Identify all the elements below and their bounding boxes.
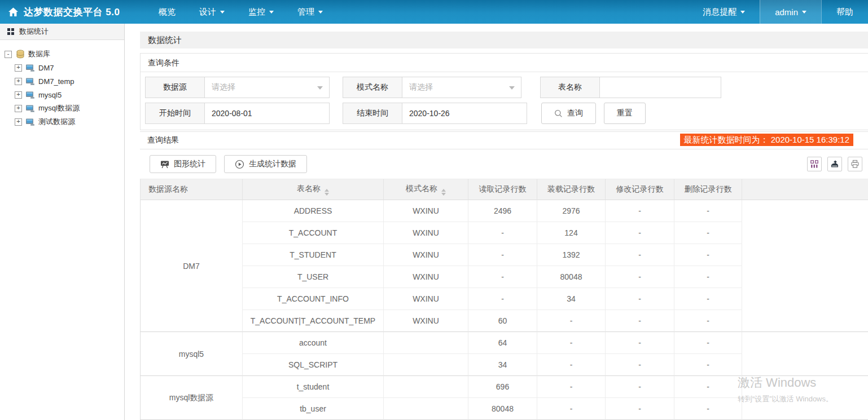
query-panel: 查询条件 数据源 请选择 模式名称 请选择 bbox=[140, 53, 868, 130]
nav-item-label: 设计 bbox=[199, 7, 216, 17]
search-icon bbox=[554, 109, 563, 118]
export-button[interactable] bbox=[827, 157, 842, 171]
cell-filler bbox=[742, 354, 868, 376]
cell-load: 2976 bbox=[537, 200, 606, 222]
nav-item-admin[interactable]: admin bbox=[760, 0, 821, 24]
end-time-label: 结束时间 bbox=[343, 103, 402, 123]
results-header: 查询结果 最新统计数据时间为： 2020-10-15 16:39:12 bbox=[140, 131, 868, 149]
tree-node-测试数据源[interactable]: +测试数据源 bbox=[5, 115, 121, 129]
cell-load: 1392 bbox=[537, 244, 606, 266]
column-header-table[interactable]: 表名称 bbox=[243, 179, 384, 200]
table-row: mysql数据源t_student696--- bbox=[140, 376, 868, 398]
chart-board-icon bbox=[160, 160, 169, 169]
schema-placeholder: 请选择 bbox=[409, 82, 433, 92]
cell-read: - bbox=[468, 222, 537, 244]
nav-item-manage[interactable]: 管理 bbox=[286, 0, 335, 24]
cell-update: - bbox=[606, 244, 674, 266]
datasource-placeholder: 请选择 bbox=[212, 82, 235, 92]
table-row: DM7ADDRESSWXINU24962976-- bbox=[140, 200, 868, 222]
datasource-select[interactable]: 请选择 bbox=[205, 77, 329, 98]
main-content: 数据统计 查询条件 数据源 请选择 模式名称 请选择 bbox=[125, 24, 868, 420]
cell-schema bbox=[384, 398, 468, 420]
chevron-down-icon bbox=[509, 86, 515, 92]
cell-read: - bbox=[468, 266, 537, 288]
column-chooser-button[interactable] bbox=[807, 157, 822, 171]
tree-expand-toggle[interactable]: + bbox=[15, 78, 22, 85]
main-menu: 概览设计监控管理 bbox=[147, 0, 335, 24]
table-row: SQL_SCRIPT34--- bbox=[140, 354, 868, 376]
tree-collapse-toggle[interactable]: - bbox=[5, 51, 12, 58]
tree-expand-toggle[interactable]: + bbox=[15, 91, 22, 99]
generate-stats-button[interactable]: 生成统计数据 bbox=[224, 155, 307, 173]
column-header-schema[interactable]: 模式名称 bbox=[384, 179, 468, 200]
cell-update: - bbox=[606, 288, 674, 310]
datasource-icon bbox=[25, 117, 35, 126]
chart-stats-button[interactable]: 图形统计 bbox=[150, 155, 216, 173]
cell-filler bbox=[742, 266, 868, 288]
tree-expand-toggle[interactable]: + bbox=[15, 105, 22, 112]
print-button[interactable] bbox=[848, 157, 862, 171]
table-header-row: 数据源名称表名称模式名称读取记录行数装载记录行数修改记录行数删除记录行数 bbox=[140, 179, 868, 200]
nav-item-design[interactable]: 设计 bbox=[187, 0, 236, 24]
results-toolbar: 图形统计 生成统计数据 bbox=[140, 155, 868, 173]
reset-button[interactable]: 重置 bbox=[604, 103, 646, 124]
cell-update: - bbox=[606, 398, 674, 420]
cell-load: 124 bbox=[537, 222, 606, 244]
cell-read: 64 bbox=[468, 332, 537, 354]
nav-item-messages[interactable]: 消息提醒 bbox=[688, 0, 760, 24]
reset-button-label: 重置 bbox=[617, 108, 633, 118]
tree-expand-toggle[interactable]: + bbox=[15, 118, 22, 126]
cell-delete: - bbox=[674, 398, 742, 420]
app-logo[interactable]: 达梦数据交换平台 5.0 bbox=[0, 0, 143, 24]
table-name-input[interactable] bbox=[600, 77, 721, 98]
cell-read: 696 bbox=[468, 376, 537, 398]
table-row: mysql5account64--- bbox=[140, 332, 868, 354]
nav-item-help[interactable]: 帮助 bbox=[821, 0, 868, 24]
column-header-datasource: 数据源名称 bbox=[140, 179, 243, 200]
column-header-load: 装载记录行数 bbox=[537, 179, 606, 200]
tree-expand-toggle[interactable]: + bbox=[15, 64, 22, 72]
table-name-label: 表名称 bbox=[541, 77, 600, 98]
cell-update: - bbox=[606, 376, 674, 398]
table-row: T_ACCOUNT|T_ACCOUNT_TEMPWXINU60--- bbox=[140, 310, 868, 332]
table-row: T_ACCOUNT_INFOWXINU-34-- bbox=[140, 288, 868, 310]
tree-node-mysql5[interactable]: +mysql5 bbox=[5, 88, 121, 101]
start-time-label: 开始时间 bbox=[146, 103, 205, 123]
cell-delete: - bbox=[674, 354, 742, 376]
cell-table: tb_user bbox=[243, 398, 384, 420]
end-time-input[interactable]: 2020-10-26 bbox=[402, 103, 527, 123]
nav-item-overview[interactable]: 概览 bbox=[147, 0, 187, 24]
caret-down-icon bbox=[802, 11, 806, 16]
tree-node-label: 测试数据源 bbox=[38, 117, 75, 127]
cell-filler bbox=[742, 200, 868, 222]
nav-item-label: 管理 bbox=[297, 7, 314, 17]
nav-item-label: 概览 bbox=[159, 7, 176, 17]
database-icon bbox=[15, 50, 25, 59]
cell-read: 80048 bbox=[468, 398, 537, 420]
cell-schema: WXINU bbox=[384, 244, 468, 266]
nav-item-label: 消息提醒 bbox=[703, 7, 737, 17]
tree-node-DM7[interactable]: +DM7 bbox=[5, 61, 121, 74]
search-button[interactable]: 查询 bbox=[541, 103, 596, 124]
cell-read: 34 bbox=[468, 354, 537, 376]
table-tools bbox=[807, 157, 862, 171]
datasource-label: 数据源 bbox=[146, 77, 205, 98]
caret-down-icon bbox=[318, 11, 323, 16]
nav-item-monitor[interactable]: 监控 bbox=[236, 0, 286, 24]
schema-field: 模式名称 请选择 bbox=[343, 77, 521, 98]
start-time-input[interactable]: 2020-08-01 bbox=[205, 103, 329, 123]
cell-delete: - bbox=[674, 310, 742, 332]
tree-node-label: mysql5 bbox=[38, 91, 62, 99]
tree-node-root[interactable]: -数据库 bbox=[5, 47, 121, 61]
sidebar: 数据统计 -数据库+DM7+DM7_temp+mysql5+mysql数据源+测… bbox=[0, 24, 125, 420]
cell-table: SQL_SCRIPT bbox=[243, 354, 384, 376]
caret-down-icon bbox=[220, 11, 225, 16]
tree-node-mysql数据源[interactable]: +mysql数据源 bbox=[5, 101, 121, 115]
cell-update: - bbox=[606, 310, 674, 332]
sort-icon bbox=[325, 189, 329, 196]
datasource-icon bbox=[25, 90, 35, 99]
cell-table: T_ACCOUNT_INFO bbox=[243, 288, 384, 310]
tree-node-DM7_temp[interactable]: +DM7_temp bbox=[5, 74, 121, 88]
column-label: 读取记录行数 bbox=[479, 184, 527, 193]
schema-select[interactable]: 请选择 bbox=[402, 77, 521, 98]
